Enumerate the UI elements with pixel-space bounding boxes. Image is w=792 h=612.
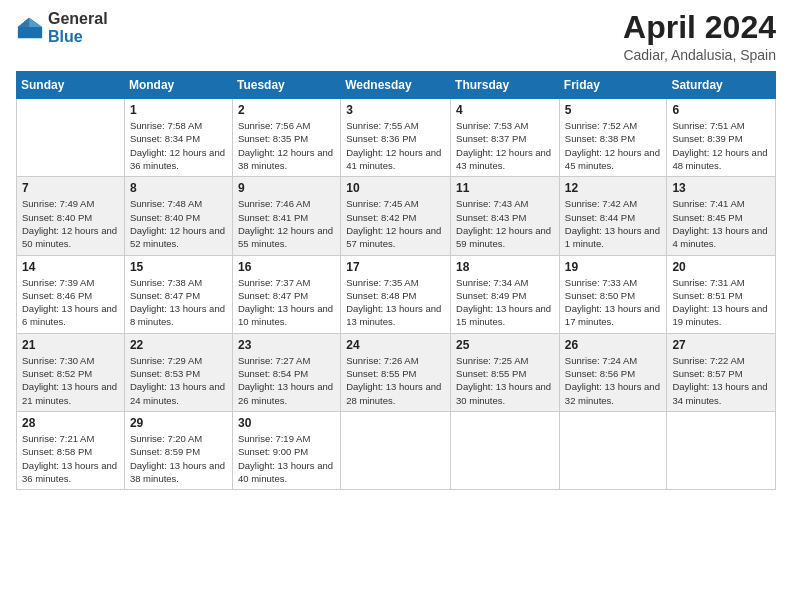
month-title: April 2024 bbox=[623, 10, 776, 45]
day-info: Sunrise: 7:38 AMSunset: 8:47 PMDaylight:… bbox=[130, 276, 227, 329]
svg-marker-1 bbox=[29, 17, 42, 26]
calendar-cell: 28Sunrise: 7:21 AMSunset: 8:58 PMDayligh… bbox=[17, 411, 125, 489]
calendar-cell: 2Sunrise: 7:56 AMSunset: 8:35 PMDaylight… bbox=[232, 99, 340, 177]
day-info: Sunrise: 7:34 AMSunset: 8:49 PMDaylight:… bbox=[456, 276, 554, 329]
calendar-cell: 4Sunrise: 7:53 AMSunset: 8:37 PMDaylight… bbox=[451, 99, 560, 177]
calendar-header-row: Sunday Monday Tuesday Wednesday Thursday… bbox=[17, 72, 776, 99]
col-tuesday: Tuesday bbox=[232, 72, 340, 99]
day-info: Sunrise: 7:26 AMSunset: 8:55 PMDaylight:… bbox=[346, 354, 445, 407]
calendar-cell: 20Sunrise: 7:31 AMSunset: 8:51 PMDayligh… bbox=[667, 255, 776, 333]
calendar-cell: 21Sunrise: 7:30 AMSunset: 8:52 PMDayligh… bbox=[17, 333, 125, 411]
col-sunday: Sunday bbox=[17, 72, 125, 99]
calendar-cell: 16Sunrise: 7:37 AMSunset: 8:47 PMDayligh… bbox=[232, 255, 340, 333]
calendar-cell: 29Sunrise: 7:20 AMSunset: 8:59 PMDayligh… bbox=[124, 411, 232, 489]
day-info: Sunrise: 7:27 AMSunset: 8:54 PMDaylight:… bbox=[238, 354, 335, 407]
title-block: April 2024 Cadiar, Andalusia, Spain bbox=[623, 10, 776, 63]
col-saturday: Saturday bbox=[667, 72, 776, 99]
day-number: 23 bbox=[238, 338, 335, 352]
day-number: 17 bbox=[346, 260, 445, 274]
day-number: 29 bbox=[130, 416, 227, 430]
calendar-cell: 11Sunrise: 7:43 AMSunset: 8:43 PMDayligh… bbox=[451, 177, 560, 255]
calendar-table: Sunday Monday Tuesday Wednesday Thursday… bbox=[16, 71, 776, 490]
col-wednesday: Wednesday bbox=[341, 72, 451, 99]
day-info: Sunrise: 7:56 AMSunset: 8:35 PMDaylight:… bbox=[238, 119, 335, 172]
day-number: 22 bbox=[130, 338, 227, 352]
page: General Blue April 2024 Cadiar, Andalusi… bbox=[0, 0, 792, 612]
logo-general-text: General bbox=[48, 10, 108, 28]
day-number: 19 bbox=[565, 260, 662, 274]
day-number: 12 bbox=[565, 181, 662, 195]
calendar-cell bbox=[667, 411, 776, 489]
day-info: Sunrise: 7:49 AMSunset: 8:40 PMDaylight:… bbox=[22, 197, 119, 250]
day-info: Sunrise: 7:35 AMSunset: 8:48 PMDaylight:… bbox=[346, 276, 445, 329]
calendar-cell: 26Sunrise: 7:24 AMSunset: 8:56 PMDayligh… bbox=[559, 333, 667, 411]
day-number: 5 bbox=[565, 103, 662, 117]
day-number: 4 bbox=[456, 103, 554, 117]
day-info: Sunrise: 7:58 AMSunset: 8:34 PMDaylight:… bbox=[130, 119, 227, 172]
day-number: 16 bbox=[238, 260, 335, 274]
day-info: Sunrise: 7:46 AMSunset: 8:41 PMDaylight:… bbox=[238, 197, 335, 250]
calendar-cell: 1Sunrise: 7:58 AMSunset: 8:34 PMDaylight… bbox=[124, 99, 232, 177]
day-info: Sunrise: 7:41 AMSunset: 8:45 PMDaylight:… bbox=[672, 197, 770, 250]
day-number: 14 bbox=[22, 260, 119, 274]
calendar-row: 1Sunrise: 7:58 AMSunset: 8:34 PMDaylight… bbox=[17, 99, 776, 177]
day-info: Sunrise: 7:22 AMSunset: 8:57 PMDaylight:… bbox=[672, 354, 770, 407]
calendar-row: 14Sunrise: 7:39 AMSunset: 8:46 PMDayligh… bbox=[17, 255, 776, 333]
day-info: Sunrise: 7:29 AMSunset: 8:53 PMDaylight:… bbox=[130, 354, 227, 407]
calendar-cell: 17Sunrise: 7:35 AMSunset: 8:48 PMDayligh… bbox=[341, 255, 451, 333]
header: General Blue April 2024 Cadiar, Andalusi… bbox=[16, 10, 776, 63]
calendar-cell: 22Sunrise: 7:29 AMSunset: 8:53 PMDayligh… bbox=[124, 333, 232, 411]
calendar-cell: 7Sunrise: 7:49 AMSunset: 8:40 PMDaylight… bbox=[17, 177, 125, 255]
day-number: 7 bbox=[22, 181, 119, 195]
day-number: 20 bbox=[672, 260, 770, 274]
calendar-cell: 9Sunrise: 7:46 AMSunset: 8:41 PMDaylight… bbox=[232, 177, 340, 255]
day-info: Sunrise: 7:30 AMSunset: 8:52 PMDaylight:… bbox=[22, 354, 119, 407]
day-number: 9 bbox=[238, 181, 335, 195]
day-info: Sunrise: 7:55 AMSunset: 8:36 PMDaylight:… bbox=[346, 119, 445, 172]
day-number: 3 bbox=[346, 103, 445, 117]
day-number: 25 bbox=[456, 338, 554, 352]
day-info: Sunrise: 7:33 AMSunset: 8:50 PMDaylight:… bbox=[565, 276, 662, 329]
day-number: 10 bbox=[346, 181, 445, 195]
day-info: Sunrise: 7:31 AMSunset: 8:51 PMDaylight:… bbox=[672, 276, 770, 329]
calendar-cell: 30Sunrise: 7:19 AMSunset: 9:00 PMDayligh… bbox=[232, 411, 340, 489]
col-friday: Friday bbox=[559, 72, 667, 99]
day-number: 24 bbox=[346, 338, 445, 352]
day-info: Sunrise: 7:52 AMSunset: 8:38 PMDaylight:… bbox=[565, 119, 662, 172]
day-info: Sunrise: 7:51 AMSunset: 8:39 PMDaylight:… bbox=[672, 119, 770, 172]
calendar-row: 7Sunrise: 7:49 AMSunset: 8:40 PMDaylight… bbox=[17, 177, 776, 255]
day-number: 27 bbox=[672, 338, 770, 352]
calendar-cell bbox=[341, 411, 451, 489]
logo-blue-text: Blue bbox=[48, 28, 108, 46]
day-info: Sunrise: 7:43 AMSunset: 8:43 PMDaylight:… bbox=[456, 197, 554, 250]
calendar-cell: 27Sunrise: 7:22 AMSunset: 8:57 PMDayligh… bbox=[667, 333, 776, 411]
calendar-cell: 24Sunrise: 7:26 AMSunset: 8:55 PMDayligh… bbox=[341, 333, 451, 411]
day-info: Sunrise: 7:39 AMSunset: 8:46 PMDaylight:… bbox=[22, 276, 119, 329]
day-number: 26 bbox=[565, 338, 662, 352]
calendar-cell bbox=[451, 411, 560, 489]
calendar-cell: 6Sunrise: 7:51 AMSunset: 8:39 PMDaylight… bbox=[667, 99, 776, 177]
day-number: 15 bbox=[130, 260, 227, 274]
calendar-cell: 15Sunrise: 7:38 AMSunset: 8:47 PMDayligh… bbox=[124, 255, 232, 333]
calendar-cell: 12Sunrise: 7:42 AMSunset: 8:44 PMDayligh… bbox=[559, 177, 667, 255]
day-info: Sunrise: 7:42 AMSunset: 8:44 PMDaylight:… bbox=[565, 197, 662, 250]
day-info: Sunrise: 7:48 AMSunset: 8:40 PMDaylight:… bbox=[130, 197, 227, 250]
calendar-cell: 25Sunrise: 7:25 AMSunset: 8:55 PMDayligh… bbox=[451, 333, 560, 411]
calendar-cell: 3Sunrise: 7:55 AMSunset: 8:36 PMDaylight… bbox=[341, 99, 451, 177]
day-info: Sunrise: 7:20 AMSunset: 8:59 PMDaylight:… bbox=[130, 432, 227, 485]
day-info: Sunrise: 7:21 AMSunset: 8:58 PMDaylight:… bbox=[22, 432, 119, 485]
logo: General Blue bbox=[16, 10, 108, 45]
calendar-row: 21Sunrise: 7:30 AMSunset: 8:52 PMDayligh… bbox=[17, 333, 776, 411]
day-number: 2 bbox=[238, 103, 335, 117]
day-number: 1 bbox=[130, 103, 227, 117]
calendar-cell: 19Sunrise: 7:33 AMSunset: 8:50 PMDayligh… bbox=[559, 255, 667, 333]
day-info: Sunrise: 7:53 AMSunset: 8:37 PMDaylight:… bbox=[456, 119, 554, 172]
day-number: 11 bbox=[456, 181, 554, 195]
calendar-cell bbox=[559, 411, 667, 489]
col-thursday: Thursday bbox=[451, 72, 560, 99]
day-number: 18 bbox=[456, 260, 554, 274]
day-number: 21 bbox=[22, 338, 119, 352]
col-monday: Monday bbox=[124, 72, 232, 99]
calendar-cell: 13Sunrise: 7:41 AMSunset: 8:45 PMDayligh… bbox=[667, 177, 776, 255]
day-info: Sunrise: 7:19 AMSunset: 9:00 PMDaylight:… bbox=[238, 432, 335, 485]
